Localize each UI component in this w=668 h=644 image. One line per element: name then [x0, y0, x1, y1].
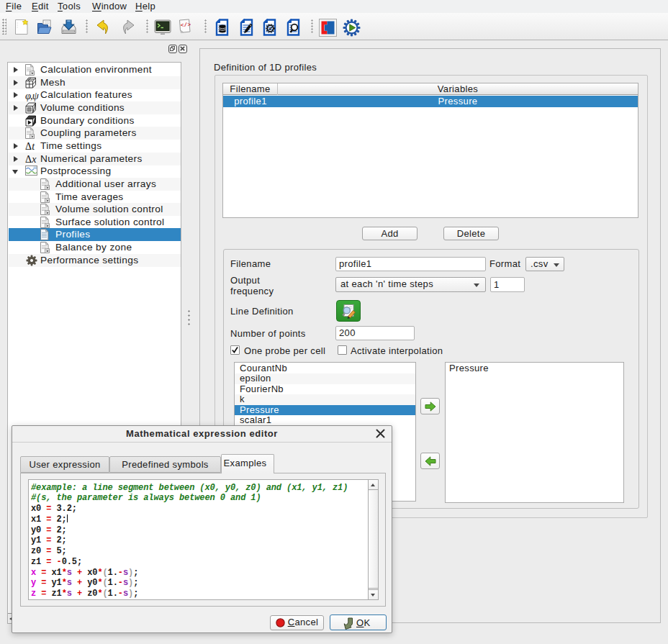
svg-text:</>: </> [181, 22, 191, 28]
